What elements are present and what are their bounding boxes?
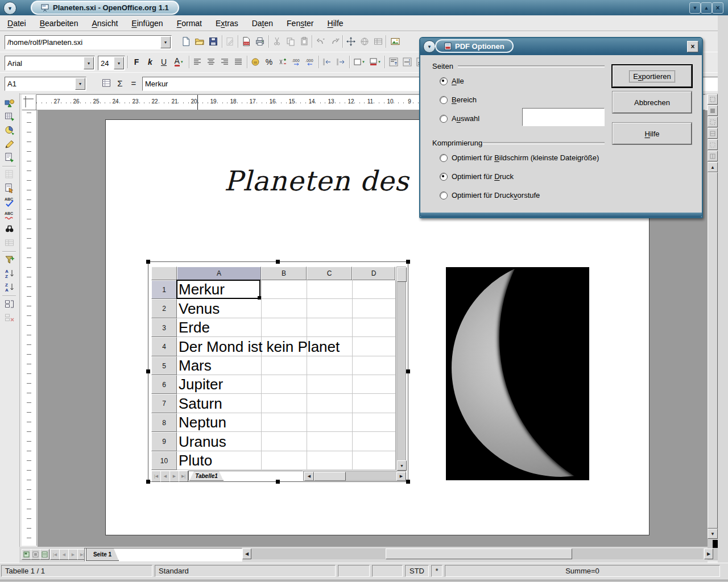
group-icon[interactable] [3,298,16,310]
currency-format-icon[interactable] [249,56,262,68]
radio-auswahl-label[interactable]: Auswahl [452,114,479,123]
datasource-icon[interactable] [372,35,384,48]
radio-bildschirm[interactable] [440,154,448,162]
font-name-input[interactable] [5,56,94,70]
status-sum[interactable]: Summe=0 [445,565,720,577]
column-header-A[interactable]: A [177,267,261,280]
sheet-row[interactable]: 2Venus [151,299,395,318]
autofilter-icon[interactable] [3,253,16,266]
menu-daten[interactable]: Daten [247,17,278,30]
insert-chart-icon[interactable] [3,124,16,136]
url-input[interactable] [5,36,171,49]
font-color-button[interactable]: A▾ [171,56,186,68]
save-document-icon[interactable] [207,35,220,48]
radio-druckvorstufe[interactable] [440,192,448,199]
cell-value[interactable]: Jupiter [179,375,223,394]
column-header-D[interactable]: D [352,267,395,280]
embedded-spreadsheet[interactable]: A B C D 1Merkur 2Venus 3Erde 4Der Mond i… [148,261,408,482]
sort-ascending-icon[interactable]: AZ [3,267,16,280]
align-top-icon[interactable] [387,56,400,68]
cell-value[interactable]: Der Mond ist kein Planet [179,337,340,356]
align-right-icon[interactable] [218,56,231,68]
sheet-row[interactable]: 5Mars [151,356,395,375]
sheet-row[interactable]: 4Der Mond ist kein Planet [151,337,395,356]
datasources-icon[interactable] [3,236,16,249]
menu-extras[interactable]: Extras [210,17,243,30]
name-box-dropdown-button[interactable]: ▾ [75,78,85,90]
hyperlink-icon[interactable] [358,35,371,48]
view-mode-button-1[interactable] [22,549,31,560]
menu-hilfe[interactable]: Hilfe [322,17,349,30]
previous-page-button[interactable]: ◀ [59,549,69,560]
insert-sheet-icon[interactable] [3,168,16,181]
scroll-down-button[interactable]: ▼ [708,529,718,539]
scroll-down-button[interactable]: ▼ [397,460,407,471]
sheet-vertical-scrollbar[interactable]: ▼ [396,267,406,470]
radio-alle-label[interactable]: Alle [452,77,464,85]
abbrechen-button[interactable]: Abbrechen [613,92,692,113]
status-page-style[interactable]: Standard [155,565,336,577]
resize-handle[interactable] [276,480,280,484]
row-header[interactable]: 1 [151,280,177,299]
align-middle-icon[interactable] [401,56,413,68]
column-header-C[interactable]: C [307,267,352,280]
sheet-tab[interactable]: Tabelle1 [189,471,224,481]
redo-icon[interactable] [329,35,341,48]
ruler-margin-divider[interactable] [197,95,198,110]
row-header[interactable]: 10 [151,451,177,470]
dialog-title-bar[interactable]: ▼ PDF Optionen × [420,38,702,55]
background-color-button[interactable]: ▾ [367,56,382,68]
paste-icon[interactable] [298,35,311,48]
row-header[interactable]: 6 [151,375,177,394]
copy-icon[interactable] [284,35,297,48]
dialog-menu-button[interactable]: ▼ [423,40,436,53]
insert-cells-icon[interactable] [3,110,16,123]
print-icon[interactable] [254,35,266,48]
layer-button-1[interactable] [708,94,718,105]
url-dropdown-button[interactable]: ▾ [160,36,171,48]
layer-button-5[interactable] [708,139,718,150]
radio-bildschirm-label[interactable]: Optimiert für Bildschirm (kleinste Datei… [452,153,599,162]
column-header-B[interactable]: B [261,267,307,280]
cut-icon[interactable] [271,35,283,48]
insert-object-icon[interactable] [3,97,16,109]
row-header[interactable]: 2 [151,299,177,318]
scrollbar-thumb[interactable] [386,548,572,559]
ungroup-icon[interactable] [3,311,16,324]
sheet-row[interactable]: 8Neptun [151,413,395,432]
resize-handle[interactable] [146,480,150,484]
function-wizard-icon[interactable] [100,77,113,89]
increase-indent-icon[interactable] [334,56,347,68]
align-justify-icon[interactable] [232,56,245,68]
draw-functions-icon[interactable] [3,138,16,150]
layer-button-2[interactable] [708,105,718,116]
sum-button[interactable]: Σ [114,77,126,89]
scroll-right-button[interactable]: ▶ [396,472,406,481]
underline-button[interactable]: U [158,56,170,68]
first-sheet-button[interactable]: |◀ [151,471,161,482]
resize-handle[interactable] [146,260,150,264]
sheet-row[interactable]: 10Pluto [151,451,395,470]
menu-einfuegen[interactable]: Einfügen [126,17,168,30]
align-center-icon[interactable] [205,56,217,68]
delete-decimal-icon[interactable]: .000 [304,56,316,68]
scroll-up-button[interactable]: ▲ [708,162,718,172]
vertical-ruler[interactable] [22,110,37,546]
open-document-icon[interactable] [193,35,206,48]
decrease-indent-icon[interactable] [321,56,333,68]
layer-button-6[interactable] [708,151,718,161]
bold-button[interactable]: F [130,56,143,68]
cell-reference-input[interactable] [5,77,86,90]
fill-handle[interactable] [258,296,261,300]
hilfe-button[interactable]: Hilfe [613,123,692,144]
font-size-dropdown-button[interactable]: ▾ [114,57,124,69]
radio-druck-label[interactable]: Optimiert für Druck [452,172,514,181]
auto-spellcheck-icon[interactable]: ABC [3,209,16,222]
next-sheet-button[interactable]: ▶ [169,471,179,482]
sheet-row[interactable]: 6Jupiter [151,375,395,394]
bereich-input[interactable] [523,109,604,126]
window-menu-button[interactable]: ▼ [3,2,16,15]
radio-auswahl[interactable] [440,115,448,123]
align-left-icon[interactable] [191,56,204,68]
dialog-close-button[interactable]: × [687,41,698,52]
